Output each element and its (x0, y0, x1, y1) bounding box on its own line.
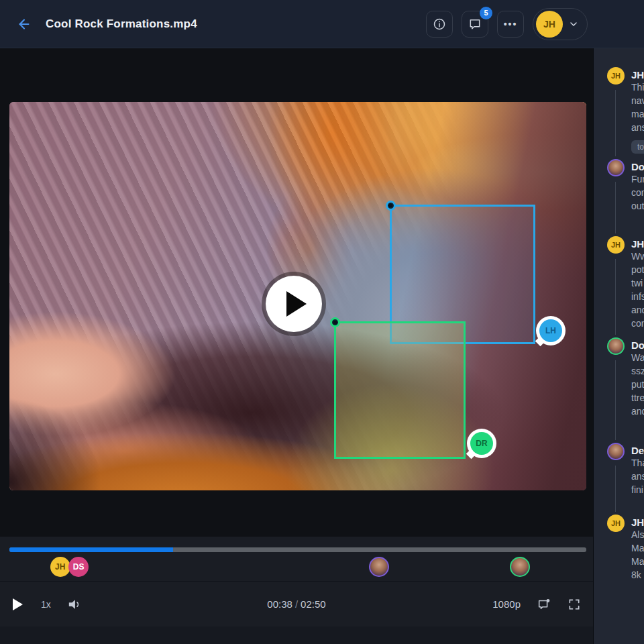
info-button[interactable] (426, 11, 453, 38)
comment-text-line: Ww (631, 250, 644, 263)
avatar (607, 337, 625, 355)
comment-text-line: This (631, 80, 644, 94)
comment-text-line: ssz (631, 364, 644, 378)
timeline-comment-marker[interactable] (510, 557, 530, 577)
more-options-button[interactable]: ••• (497, 11, 524, 38)
comment-text-line: Ma (631, 555, 644, 568)
comments-count-badge: 5 (480, 7, 492, 19)
comment-text-line: infs (631, 290, 644, 303)
comment-text-line: and (631, 303, 644, 317)
ellipsis-icon: ••• (504, 19, 518, 30)
chevron-down-icon (568, 19, 579, 30)
playback-speed-button[interactable]: 1x (41, 599, 51, 610)
comment-text-line: Als (631, 528, 644, 541)
user-avatar: JH (536, 11, 563, 38)
comment-item[interactable]: Do Wasszputttreand (607, 337, 644, 418)
comment-author: JH (631, 515, 644, 528)
top-bar-actions: 5 ••• JH (426, 8, 633, 40)
thread-line (615, 182, 616, 233)
avatar (607, 159, 625, 176)
file-title: Cool Rock Formations.mp4 (46, 17, 197, 31)
thread-line (615, 259, 616, 335)
fullscreen-button[interactable] (568, 598, 581, 611)
annotation-author-badge[interactable]: DR (467, 429, 496, 458)
seek-bar[interactable] (9, 547, 586, 552)
avatar: JH (607, 67, 625, 85)
fullscreen-icon (568, 598, 581, 611)
avatar: JH (607, 236, 625, 254)
avatar: JH (607, 515, 625, 532)
timeline-comment-marker[interactable]: JH (50, 557, 70, 577)
play-button[interactable] (12, 598, 23, 611)
top-bar: Cool Rock Formations.mp4 5 ••• JH (0, 0, 644, 48)
comment-bubble-icon (468, 17, 482, 31)
thread-line (615, 360, 616, 440)
replay-app: Cool Rock Formations.mp4 5 ••• JH (0, 0, 644, 644)
comment-author: Do (631, 159, 644, 172)
volume-button[interactable] (67, 598, 82, 611)
video-canvas[interactable]: LHDR (9, 102, 586, 490)
comment-text-line: Tha (631, 456, 644, 470)
back-button[interactable] (11, 11, 38, 38)
comment-text-line: Wa (631, 351, 644, 364)
comment-item[interactable]: JH JH Thisnavmaansto (607, 67, 644, 154)
player-controls: 1x 00:38/02:50 1080p (0, 581, 593, 627)
user-menu[interactable]: JH (533, 8, 588, 40)
quality-button[interactable]: 1080p (492, 598, 521, 610)
bottom-strip (0, 627, 593, 644)
thread-line (615, 90, 616, 156)
comment-author: De (631, 443, 644, 456)
comment-text-line: pot (631, 263, 644, 276)
comment-item[interactable]: Do Furconout (607, 159, 644, 213)
comment-text-line: twi (631, 276, 644, 290)
current-time: 00:38 (267, 598, 292, 610)
info-icon (433, 17, 446, 31)
comment-chip[interactable]: to (631, 140, 644, 154)
comment-text-line: ans (631, 470, 644, 483)
speaker-icon (67, 598, 82, 611)
comment-text-line: fini (631, 483, 644, 496)
comment-item[interactable]: De Thaansfini (607, 443, 644, 496)
comment-text-line: ans (631, 121, 644, 134)
comment-text-line: put (631, 378, 644, 391)
annotation-rect[interactable] (334, 321, 466, 459)
comment-text-line: out (631, 199, 644, 213)
comment-text-line: ma (631, 107, 644, 121)
play-overlay-button[interactable] (262, 272, 326, 336)
comment-item[interactable]: JH JH Wwpottwiinfsandcon (607, 236, 644, 330)
comment-text-line: 8k (631, 568, 644, 582)
comment-text-line: Ma (631, 541, 644, 555)
comment-text-line: and (631, 405, 644, 418)
comment-pin-icon (537, 597, 551, 612)
comment-markers-row: JHDS (9, 557, 586, 578)
timeline-comment-marker[interactable]: DS (68, 557, 89, 577)
comments-button[interactable]: 5 (462, 11, 488, 38)
timeline-comment-marker[interactable] (369, 557, 389, 577)
comment-text-line: Fur (631, 172, 644, 186)
thread-line (615, 466, 616, 512)
progress-fill (9, 547, 173, 552)
time-separator: / (292, 598, 301, 610)
comments-sidebar: JH JH Thisnavmaansto Do Furconout JH JH … (593, 48, 644, 644)
comment-item[interactable]: JH JH AlsMaMa8k (607, 515, 644, 582)
comment-author: JH (631, 67, 644, 80)
comment-markers-toggle-button[interactable] (537, 597, 551, 612)
duration: 02:50 (301, 598, 326, 610)
comment-author: JH (631, 236, 644, 250)
comment-author: Do (631, 337, 644, 351)
annotation-handle[interactable] (386, 201, 396, 211)
annotation-handle[interactable] (330, 317, 340, 327)
arrow-left-icon (17, 17, 32, 32)
play-icon (286, 291, 307, 317)
timeline-band: JHDS (0, 537, 593, 581)
controls-right: 1080p (492, 597, 581, 612)
avatar (607, 443, 625, 460)
comment-text-line: con (631, 186, 644, 199)
comment-text-line: nav (631, 94, 644, 107)
comment-text-line: con (631, 317, 644, 330)
annotation-author-badge[interactable]: LH (536, 316, 566, 345)
comment-text-line: ttre (631, 391, 644, 405)
